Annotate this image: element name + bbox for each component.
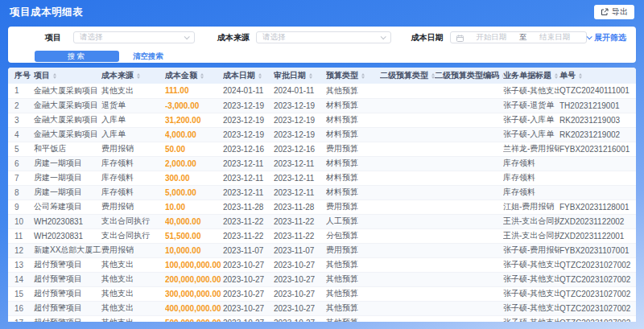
table-cell — [380, 214, 435, 228]
column-header-10[interactable]: 单号 — [559, 68, 636, 84]
table-cell: 材料预算 — [326, 171, 380, 185]
column-header-label: 审批日期 — [274, 70, 306, 81]
table-cell: 2023-10-27 — [223, 286, 274, 301]
column-header-7[interactable]: 二级预算类型 — [380, 68, 435, 84]
table-cell: QTZC20231027002 — [559, 301, 636, 315]
table-row: 12新建XX总部大厦工程二期费用报销10,000.002023-11-07202… — [8, 243, 636, 257]
table-cell — [380, 185, 435, 199]
table-cell: 金融大厦采购项目 — [34, 127, 101, 142]
table-cell: 16 — [8, 301, 34, 315]
table-cell: 2023-12-19 — [274, 127, 326, 142]
table-cell: FYBX20231216001 — [559, 142, 636, 156]
table-cell: 2023-11-07 — [223, 243, 274, 257]
table-cell: 2023-10-27 — [223, 272, 274, 286]
table-cell: 张子硕-入库单 — [503, 113, 559, 127]
table-row: 3金融大厦采购项目入库单31,200.002023-12-192023-12-1… — [8, 113, 636, 127]
column-header-6[interactable]: 预算类型 — [326, 68, 380, 84]
table-cell: 其他预算 — [326, 301, 380, 315]
table-cell: QTZC20231027002 — [559, 257, 636, 272]
column-header-3[interactable]: 成本金额 — [165, 68, 223, 84]
table-cell: 材料预算 — [326, 185, 380, 199]
table-cell: 江姐-费用报销 — [503, 199, 559, 214]
table-cell: 2023-12-16 — [223, 142, 274, 156]
cost-date-range-picker[interactable]: 开始日期 至 结束日期 — [450, 31, 587, 43]
table-cell: 和平饭店 — [34, 142, 101, 156]
project-select[interactable]: 请选择 — [73, 31, 195, 43]
table-cell: 2,000.00 — [165, 156, 223, 171]
table-cell: 4 — [8, 127, 34, 142]
search-button[interactable]: 搜索 — [35, 51, 119, 62]
export-button[interactable]: 导出 — [594, 5, 634, 19]
filter-row: 项目 请选择 成本来源 请选择 成本日期 开始日期 至 — [8, 31, 636, 43]
column-header-4[interactable]: 成本日期 — [223, 68, 274, 84]
clear-search-link[interactable]: 清空搜索 — [133, 51, 163, 62]
table-cell: 5 — [8, 142, 34, 156]
table-cell: 10 — [8, 214, 34, 228]
table-cell: 2023-10-27 — [223, 257, 274, 272]
table-row: 10WH20230831支出合同执行40,000.002023-11-22202… — [8, 214, 636, 228]
table-cell: 2 — [8, 98, 34, 113]
table-cell: 库存领料 — [503, 156, 559, 171]
table-cell — [380, 142, 435, 156]
table-cell: 张子硕-其他支出 — [503, 315, 559, 322]
table-row: 8房建一期项目库存领料5,000.002023-12-112023-12-11材… — [8, 185, 636, 199]
column-header-label: 二级预算类型编码 — [435, 70, 499, 81]
export-icon — [601, 8, 609, 16]
table-cell: 张子硕-其他支出 — [503, 272, 559, 286]
top-bar: 项目成本明细表 导出 — [0, 0, 644, 24]
table-cell: 2023-11-22 — [223, 214, 274, 228]
column-header-8[interactable]: 二级预算类型编码 — [435, 68, 503, 84]
table-cell: 王洪-支出合同执行 — [503, 214, 559, 228]
table-cell: ZXD20231122002 — [559, 214, 636, 228]
page-title: 项目成本明细表 — [10, 6, 83, 19]
cost-source-select-placeholder: 请选择 — [262, 32, 381, 43]
table-cell: 2023-11-28 — [274, 199, 326, 214]
table-cell: 费用预算 — [326, 243, 380, 257]
table-row: 16超付预警项目其他支出400,000,000.002023-10-272023… — [8, 301, 636, 315]
table-cell: 库存领料 — [101, 171, 165, 185]
table-cell — [380, 127, 435, 142]
table-cell: 2023-12-11 — [223, 156, 274, 171]
table-cell: 111.00 — [165, 84, 223, 98]
table-cell — [435, 185, 503, 199]
table-cell: 2023-12-11 — [223, 171, 274, 185]
table-cell: 14 — [8, 272, 34, 286]
table-cell: 新建XX总部大厦工程二期 — [34, 243, 101, 257]
cost-source-select[interactable]: 请选择 — [256, 31, 391, 43]
table-cell: 11 — [8, 228, 34, 243]
table-cell: 张子硕-其他支出 — [503, 301, 559, 315]
table-cell: 其他支出 — [101, 286, 165, 301]
table-cell: 分包预算 — [326, 228, 380, 243]
table-cell: 人工预算 — [326, 214, 380, 228]
table-row: 2金融大厦采购项目退货单-3,000.002023-12-192023-12-1… — [8, 98, 636, 113]
table-cell — [380, 98, 435, 113]
table-cell: 400,000,000.00 — [165, 301, 223, 315]
table-cell — [435, 272, 503, 286]
table-cell: 金融大厦采购项目 — [34, 113, 101, 127]
table-cell: 2023-11-22 — [274, 214, 326, 228]
table-cell: 2023-10-27 — [274, 272, 326, 286]
table-cell: 8 — [8, 185, 34, 199]
column-header-1[interactable]: 项目 — [34, 68, 101, 84]
table-cell: RK20231219002 — [559, 127, 636, 142]
table-cell: 张子硕-入库单 — [503, 127, 559, 142]
table-cell: 超付预警项目 — [34, 315, 101, 322]
column-header-2[interactable]: 成本来源 — [101, 68, 165, 84]
sort-icon — [361, 73, 365, 79]
project-filter-label: 项目 — [45, 32, 61, 43]
table-cell: 兰祥龙-费用报销 — [503, 142, 559, 156]
table-cell: 1 — [8, 84, 34, 98]
table-cell — [435, 301, 503, 315]
table-cell: 费用报销 — [101, 142, 165, 156]
expand-filter-link[interactable]: 展开筛选 — [587, 32, 626, 43]
table-cell: 库存领料 — [101, 185, 165, 199]
table-cell — [380, 113, 435, 127]
table-cell: QTZC20240111001 — [559, 84, 636, 98]
sort-icon — [579, 73, 582, 79]
table-cell: 100,000,000.00 — [165, 257, 223, 272]
column-header-5[interactable]: 审批日期 — [274, 68, 326, 84]
table-cell: 2023-12-19 — [223, 113, 274, 127]
column-header-label: 业务单据标题 — [503, 70, 551, 81]
column-header-9[interactable]: 业务单据标题 — [503, 68, 559, 84]
table-cell: ZXD20231122001 — [559, 228, 636, 243]
